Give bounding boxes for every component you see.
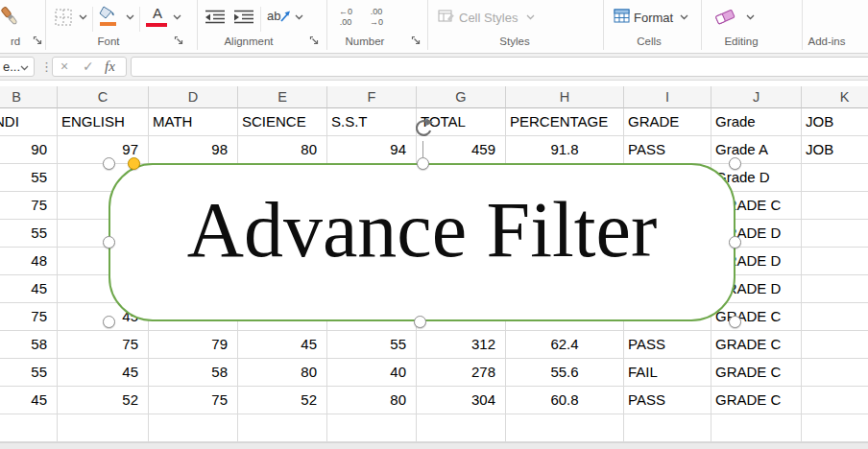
cell[interactable]: 80 — [238, 136, 327, 164]
advance-filter-shape[interactable]: Advance Filter — [108, 163, 735, 321]
cell[interactable]: PASS — [624, 136, 711, 164]
clear-eraser-icon[interactable] — [713, 7, 738, 26]
font-dialog-launcher-icon[interactable] — [174, 35, 184, 46]
cell[interactable]: GRADE — [624, 108, 711, 136]
cell[interactable]: 55 — [0, 359, 58, 387]
fill-color-icon[interactable] — [98, 5, 119, 28]
cell[interactable]: 75 — [58, 331, 149, 359]
cell[interactable]: S.S.T — [327, 108, 417, 136]
cell[interactable] — [624, 414, 711, 442]
shape-rotate-handle[interactable] — [412, 117, 435, 140]
shape-resize-handle[interactable] — [414, 316, 426, 328]
column-header-K[interactable]: K — [802, 86, 868, 108]
cell[interactable]: 58 — [0, 331, 58, 359]
cell[interactable] — [802, 248, 868, 275]
cell[interactable]: 62.4 — [506, 331, 624, 359]
clipboard-dialog-launcher-icon[interactable] — [33, 35, 43, 46]
format-icon[interactable] — [614, 9, 631, 24]
cell[interactable] — [802, 331, 868, 359]
cell[interactable]: GRADE C — [711, 387, 802, 414]
cell[interactable]: 40 — [327, 359, 417, 387]
borders-icon[interactable] — [54, 8, 73, 27]
cell[interactable] — [0, 414, 58, 442]
cell[interactable] — [802, 359, 868, 387]
cell[interactable]: 459 — [417, 136, 506, 164]
borders-dropdown-icon[interactable] — [79, 14, 87, 20]
cell[interactable]: 58 — [149, 359, 238, 387]
cell[interactable] — [506, 414, 624, 442]
shape-resize-handle[interactable] — [103, 157, 115, 170]
cell[interactable]: GRADE C — [711, 359, 802, 387]
cell[interactable]: 75 — [149, 387, 238, 414]
cell[interactable]: MATH — [149, 108, 238, 136]
cell[interactable] — [802, 220, 868, 248]
column-header-J[interactable]: J — [711, 86, 802, 108]
cell[interactable]: 75 — [0, 192, 58, 220]
cell-styles-icon[interactable] — [438, 9, 455, 24]
cell[interactable]: 80 — [238, 359, 327, 387]
cell[interactable]: GRADE C — [711, 331, 802, 359]
cell[interactable]: 48 — [0, 248, 58, 275]
cell[interactable]: 98 — [149, 136, 238, 164]
cell[interactable]: SCIENCE — [238, 108, 327, 136]
increase-indent-icon[interactable] — [232, 9, 255, 26]
column-header-F[interactable]: F — [327, 86, 417, 108]
cell[interactable] — [58, 414, 149, 442]
cell[interactable]: 94 — [327, 136, 417, 164]
cell[interactable]: 45 — [58, 359, 149, 387]
column-header-C[interactable]: C — [58, 86, 149, 108]
number-dialog-launcher-icon[interactable] — [411, 35, 422, 46]
cell[interactable] — [711, 414, 802, 442]
cell[interactable] — [802, 303, 868, 331]
cell[interactable]: 91.8 — [506, 136, 624, 164]
format-painter-icon[interactable] — [0, 3, 25, 32]
cell[interactable]: 55 — [327, 331, 417, 359]
cell[interactable] — [802, 387, 868, 414]
font-color-dropdown-icon[interactable] — [173, 14, 181, 20]
column-header-B[interactable]: B — [0, 86, 58, 108]
name-box[interactable]: e... — [0, 57, 35, 77]
cell[interactable]: 55.6 — [506, 359, 624, 387]
cell[interactable]: 79 — [149, 331, 238, 359]
decrease-indent-icon[interactable] — [204, 9, 227, 26]
name-box-dropdown-icon[interactable] — [20, 65, 29, 71]
orientation-dropdown-icon[interactable] — [295, 14, 303, 20]
decrease-decimal-button[interactable]: .00→0 — [362, 7, 391, 28]
orientation-icon[interactable]: ab — [266, 6, 292, 26]
increase-decimal-button[interactable]: ←0.00 — [331, 7, 360, 28]
cell[interactable]: 55 — [0, 164, 58, 192]
cell[interactable]: 75 — [0, 303, 58, 331]
cell[interactable] — [802, 275, 868, 303]
format-dropdown-icon[interactable] — [680, 14, 688, 20]
cell[interactable] — [238, 414, 327, 442]
font-color-icon[interactable]: A — [147, 5, 168, 21]
formula-input[interactable] — [131, 57, 868, 77]
cell[interactable] — [327, 414, 417, 442]
clear-dropdown-icon[interactable] — [746, 14, 755, 20]
cell[interactable] — [802, 414, 868, 442]
column-header-D[interactable]: D — [149, 86, 238, 108]
cell[interactable]: 278 — [417, 359, 506, 387]
cell[interactable]: HINDI — [0, 108, 58, 136]
column-header-H[interactable]: H — [506, 86, 624, 108]
cell[interactable]: 45 — [0, 387, 58, 414]
shape-resize-handle[interactable] — [417, 157, 429, 170]
alignment-dialog-launcher-icon[interactable] — [309, 35, 320, 46]
cancel-icon[interactable]: × — [60, 59, 68, 74]
format-button[interactable]: Format — [634, 11, 673, 25]
cell[interactable] — [802, 192, 868, 220]
enter-icon[interactable]: ✓ — [83, 59, 94, 74]
cell[interactable]: JOB — [802, 136, 868, 164]
cell[interactable]: 45 — [238, 331, 327, 359]
column-header-E[interactable]: E — [238, 86, 327, 108]
cell[interactable]: 80 — [327, 387, 417, 414]
shape-adjust-handle[interactable] — [128, 157, 140, 170]
insert-function-icon[interactable]: fx — [105, 59, 115, 75]
cell[interactable]: GRADE C — [711, 303, 802, 331]
fill-color-dropdown-icon[interactable] — [126, 14, 134, 20]
shape-resize-handle[interactable] — [103, 236, 115, 248]
cell[interactable] — [417, 414, 506, 442]
cell[interactable]: 55 — [0, 220, 58, 248]
cell[interactable]: PERCENTAGE — [506, 108, 624, 136]
cell[interactable]: PASS — [624, 387, 711, 414]
